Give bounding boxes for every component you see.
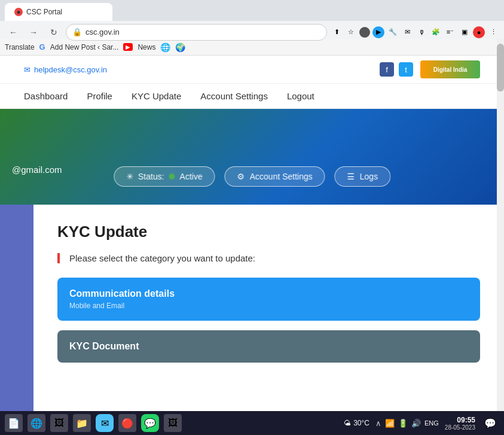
digital-india-logo: Digital India bbox=[420, 60, 480, 78]
scrollbar[interactable] bbox=[497, 39, 504, 418]
chevron-icon[interactable]: ∧ bbox=[375, 419, 381, 428]
page-title: KYC Update bbox=[57, 223, 480, 241]
sidebar bbox=[0, 205, 33, 435]
taskbar-chrome-icon[interactable]: 🔴 bbox=[118, 414, 136, 432]
facebook-icon[interactable]: f bbox=[380, 62, 394, 77]
globe-icon2[interactable]: 🌍 bbox=[175, 42, 185, 52]
translate-label: Translate bbox=[5, 43, 35, 51]
clock-date: 28-05-2023 bbox=[445, 424, 475, 431]
youtube-icon: ▶ bbox=[123, 43, 133, 51]
network-icon[interactable]: 📶 bbox=[385, 419, 395, 428]
taskbar-folder-icon[interactable]: 📁 bbox=[73, 414, 91, 432]
nav-logout[interactable]: Logout bbox=[287, 91, 314, 101]
tab-favicon: ● bbox=[14, 8, 23, 16]
news-label[interactable]: News bbox=[138, 43, 155, 51]
nav-dashboard[interactable]: Dashboard bbox=[24, 91, 68, 101]
taskbar-whatsapp-icon[interactable]: 💬 bbox=[141, 414, 159, 432]
google-logo: G bbox=[39, 42, 45, 51]
profile-icon[interactable] bbox=[359, 27, 370, 38]
chrome-icon[interactable]: ● bbox=[473, 26, 485, 38]
category-title-0: Communication details bbox=[69, 288, 468, 299]
globe-icon1[interactable]: 🌐 bbox=[160, 42, 170, 52]
temperature: 30°C bbox=[353, 419, 369, 427]
ext1-icon[interactable]: ▶ bbox=[372, 26, 384, 38]
logs-button[interactable]: ☰ Logs bbox=[335, 166, 390, 187]
url-text: csc.gov.in bbox=[85, 28, 120, 36]
page-content: KYC Update Please select the category yo… bbox=[33, 205, 504, 435]
back-button[interactable]: ← bbox=[5, 24, 22, 41]
address-bar[interactable]: 🔒 csc.gov.in bbox=[66, 24, 327, 41]
website-content: ✉ helpdesk@csc.gov.in f t Digital India … bbox=[0, 56, 504, 435]
star-icon[interactable]: ☆ bbox=[345, 26, 357, 38]
notifications-icon[interactable]: 💬 bbox=[481, 414, 499, 432]
translate-bar: Translate G Add New Post ‹ Sar... ▶ News… bbox=[0, 39, 504, 56]
weather-icon: 🌤 bbox=[344, 419, 351, 427]
taskbar-browser-icon[interactable]: 🌐 bbox=[28, 414, 45, 432]
category-card-1[interactable]: KYC Document bbox=[57, 330, 480, 363]
category-sub-0: Mobile and Email bbox=[69, 302, 468, 310]
forward-button[interactable]: → bbox=[25, 24, 42, 41]
asterisk-icon: ✳ bbox=[126, 172, 133, 181]
hero-buttons: ✳ Status: Active ⚙ Account Settings ☰ Lo… bbox=[114, 166, 390, 187]
twitter-icon[interactable]: t bbox=[399, 62, 413, 77]
email-icon: ✉ bbox=[24, 65, 30, 74]
menu-icon[interactable]: ⋮ bbox=[487, 26, 499, 38]
sys-tray: ∧ 📶 🔋 🔊 ENG bbox=[375, 419, 439, 428]
info-text: Please select the category you want to u… bbox=[69, 253, 480, 263]
clock: 09:55 28-05-2023 bbox=[445, 416, 475, 431]
extensions-icon[interactable]: 🧩 bbox=[430, 26, 442, 38]
hero-banner: @gmail.com ✳ Status: Active ⚙ Account Se… bbox=[0, 109, 504, 205]
clock-time: 09:55 bbox=[445, 416, 475, 424]
browser-tab[interactable]: ● CSC Portal bbox=[5, 3, 112, 21]
category-cards: Communication details Mobile and Email K… bbox=[57, 278, 480, 363]
lock-icon: 🔒 bbox=[72, 28, 82, 36]
site-nav: Dashboard Profile KYC Update Account Set… bbox=[0, 84, 504, 109]
status-label: Status: bbox=[138, 172, 164, 181]
weather-widget: 🌤 30°C bbox=[344, 419, 369, 427]
nav-kyc-update[interactable]: KYC Update bbox=[132, 91, 181, 101]
site-topbar: ✉ helpdesk@csc.gov.in f t Digital India bbox=[0, 56, 504, 84]
taskbar: 📄 🌐 🖼 📁 ✉ 🔴 💬 🖼 🌤 30°C ∧ 📶 🔋 🔊 ENG 09:55… bbox=[0, 411, 504, 435]
tab-title: CSC Portal bbox=[26, 8, 62, 16]
language-label: ENG bbox=[424, 419, 439, 427]
volume-icon[interactable]: 🔊 bbox=[411, 419, 421, 428]
ext6-icon[interactable]: ▣ bbox=[459, 26, 471, 38]
info-box: Please select the category you want to u… bbox=[57, 253, 480, 263]
add-post-link[interactable]: Add New Post ‹ Sar... bbox=[50, 43, 119, 51]
ext5-icon[interactable]: ≡⁻ bbox=[444, 26, 456, 38]
hero-email: @gmail.com bbox=[12, 165, 62, 175]
battery-icon[interactable]: 🔋 bbox=[398, 419, 408, 428]
status-button[interactable]: ✳ Status: Active bbox=[114, 166, 215, 187]
nav-account-settings[interactable]: Account Settings bbox=[200, 91, 268, 101]
ext3-icon[interactable]: ✉ bbox=[401, 26, 413, 38]
share-icon[interactable]: ⬆ bbox=[331, 26, 343, 38]
taskbar-mail-icon[interactable]: ✉ bbox=[96, 414, 114, 432]
category-card-0[interactable]: Communication details Mobile and Email bbox=[57, 278, 480, 321]
list-icon: ☰ bbox=[347, 172, 355, 181]
status-value: Active bbox=[180, 172, 203, 181]
account-settings-button[interactable]: ⚙ Account Settings bbox=[225, 166, 325, 187]
ext2-icon[interactable]: 🔧 bbox=[387, 26, 399, 38]
reload-button[interactable]: ↻ bbox=[45, 24, 62, 41]
scrollbar-thumb[interactable] bbox=[497, 44, 504, 92]
category-title-1: KYC Document bbox=[69, 341, 468, 352]
taskbar-image-icon[interactable]: 🖼 bbox=[50, 414, 68, 432]
gear-icon: ⚙ bbox=[237, 172, 245, 181]
active-dot bbox=[169, 174, 175, 180]
nav-profile[interactable]: Profile bbox=[87, 91, 112, 101]
ext4-icon[interactable]: 🎙 bbox=[416, 26, 427, 38]
taskbar-gallery-icon[interactable]: 🖼 bbox=[164, 414, 182, 432]
taskbar-files-icon[interactable]: 📄 bbox=[5, 414, 23, 432]
main-content: KYC Update Please select the category yo… bbox=[0, 205, 504, 435]
site-email[interactable]: ✉ helpdesk@csc.gov.in bbox=[24, 65, 107, 74]
